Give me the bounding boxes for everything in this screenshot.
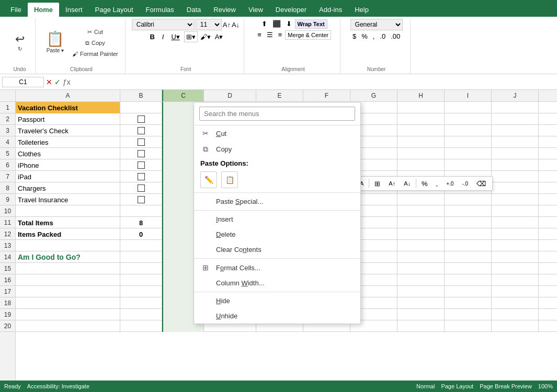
col-header-c[interactable]: C <box>162 90 204 101</box>
status-page-break[interactable]: Page Break Preview <box>480 383 532 389</box>
cell-a2[interactable]: Passport <box>16 113 120 125</box>
cell-b6[interactable] <box>120 159 162 171</box>
mini-percent-button[interactable]: % <box>418 178 431 189</box>
row-header-7[interactable]: 7 <box>0 171 15 182</box>
underline-button[interactable]: U▾ <box>168 31 183 42</box>
cell-k13[interactable] <box>539 240 557 251</box>
tab-developer[interactable]: Developer <box>269 3 313 17</box>
decrease-font-button[interactable]: A↓ <box>232 21 240 29</box>
cell-a16[interactable] <box>16 274 120 286</box>
cell-h3[interactable] <box>397 125 445 136</box>
cell-b13[interactable] <box>120 240 162 251</box>
cell-b2[interactable] <box>120 113 162 125</box>
col-header-j[interactable]: J <box>492 90 539 101</box>
cell-b5[interactable] <box>120 148 162 159</box>
bold-button[interactable]: B <box>146 31 157 42</box>
cell-k10[interactable] <box>539 205 557 217</box>
cell-b7[interactable] <box>120 171 162 182</box>
row-header-3[interactable]: 3 <box>0 125 15 136</box>
context-menu-clear-contents[interactable]: Clear Contents <box>194 242 360 257</box>
col-header-b[interactable]: B <box>120 90 162 101</box>
cell-h2[interactable] <box>397 113 445 125</box>
cell-a14[interactable]: Am I Good to Go? <box>16 251 120 263</box>
row-header-18[interactable]: 18 <box>0 297 15 309</box>
cell-j1[interactable] <box>492 102 539 113</box>
copy-button[interactable]: ⧉ Copy <box>70 38 121 48</box>
mini-eraser-button[interactable]: ⌫ <box>473 178 489 189</box>
row-header-10[interactable]: 10 <box>0 205 15 217</box>
checkbox-b5[interactable] <box>138 150 145 157</box>
row-header-20[interactable]: 20 <box>0 320 15 332</box>
context-menu-hide[interactable]: Hide <box>194 293 360 308</box>
cell-b8[interactable] <box>120 182 162 194</box>
cell-h12[interactable] <box>397 228 445 240</box>
cell-b1[interactable] <box>120 102 162 113</box>
mini-borders-button[interactable]: ⊞ <box>371 178 383 189</box>
cell-i13[interactable] <box>445 240 492 251</box>
align-center-button[interactable]: ☰ <box>265 30 275 40</box>
align-left-button[interactable]: ≡ <box>255 30 264 40</box>
col-header-i[interactable]: I <box>445 90 492 101</box>
cell-a9[interactable]: Travel Insurance <box>16 194 120 205</box>
cell-h9[interactable] <box>397 194 445 205</box>
tab-formulas[interactable]: Formulas <box>140 3 180 17</box>
format-painter-button[interactable]: 🖌 Format Painter <box>70 49 121 59</box>
paste-opt-1[interactable]: ✏️ <box>200 171 217 188</box>
col-header-f[interactable]: F <box>303 90 350 101</box>
cell-i11[interactable] <box>445 217 492 228</box>
cell-a11[interactable]: Total Items <box>16 217 120 228</box>
row-header-1[interactable]: 1 <box>0 102 15 113</box>
cell-a1[interactable]: Vacation Checklist <box>16 102 120 113</box>
formula-input[interactable] <box>73 77 555 87</box>
insert-function-icon[interactable]: ƒx <box>63 78 71 86</box>
mini-grow-button[interactable]: A↑ <box>385 179 399 188</box>
row-header-5[interactable]: 5 <box>0 148 15 159</box>
tab-view[interactable]: View <box>242 3 269 17</box>
tab-data[interactable]: Data <box>180 3 207 17</box>
context-menu-insert[interactable]: Insert <box>194 212 360 227</box>
cell-j6[interactable] <box>492 159 539 171</box>
cell-h11[interactable] <box>397 217 445 228</box>
number-format-selector[interactable]: General <box>350 19 403 30</box>
row-header-9[interactable]: 9 <box>0 194 15 205</box>
tab-review[interactable]: Review <box>207 3 242 17</box>
row-header-12[interactable]: 12 <box>0 228 15 240</box>
cell-a15[interactable] <box>16 263 120 274</box>
cell-k2[interactable] <box>539 113 557 125</box>
cell-k8[interactable] <box>539 182 557 194</box>
cell-a13[interactable] <box>16 240 120 251</box>
cell-a4[interactable]: Toileteries <box>16 136 120 148</box>
status-page-layout[interactable]: Page Layout <box>441 383 473 389</box>
cell-j11[interactable] <box>492 217 539 228</box>
tab-page-layout[interactable]: Page Layout <box>89 3 140 17</box>
align-right-button[interactable]: ≡ <box>276 30 285 40</box>
cell-a20[interactable] <box>16 320 120 332</box>
cell-reference-box[interactable] <box>2 77 44 87</box>
tab-home[interactable]: Home <box>28 3 59 17</box>
cell-j10[interactable] <box>492 205 539 217</box>
cell-a19[interactable] <box>16 309 120 320</box>
cut-button[interactable]: ✂ Cut <box>70 27 121 37</box>
cell-i10[interactable] <box>445 205 492 217</box>
cell-i14[interactable] <box>445 251 492 263</box>
col-header-h[interactable]: H <box>397 90 445 101</box>
cell-j4[interactable] <box>492 136 539 148</box>
row-header-2[interactable]: 2 <box>0 113 15 125</box>
cell-j5[interactable] <box>492 148 539 159</box>
row-header-14[interactable]: 14 <box>0 251 15 263</box>
row-header-16[interactable]: 16 <box>0 274 15 286</box>
tab-addins[interactable]: Add-ins <box>313 3 348 17</box>
cell-j14[interactable] <box>492 251 539 263</box>
cell-i9[interactable] <box>445 194 492 205</box>
cell-a18[interactable] <box>16 297 120 309</box>
col-header-d[interactable]: D <box>204 90 256 101</box>
cell-j2[interactable] <box>492 113 539 125</box>
col-header-g[interactable]: G <box>350 90 397 101</box>
mini-inc-dec-button[interactable]: +.0 <box>443 179 457 188</box>
mini-comma-button[interactable]: , <box>433 178 441 189</box>
cell-b9[interactable] <box>120 194 162 205</box>
context-menu-delete[interactable]: Delete <box>194 227 360 242</box>
checkbox-b6[interactable] <box>138 162 145 169</box>
row-header-8[interactable]: 8 <box>0 182 15 194</box>
cell-h4[interactable] <box>397 136 445 148</box>
